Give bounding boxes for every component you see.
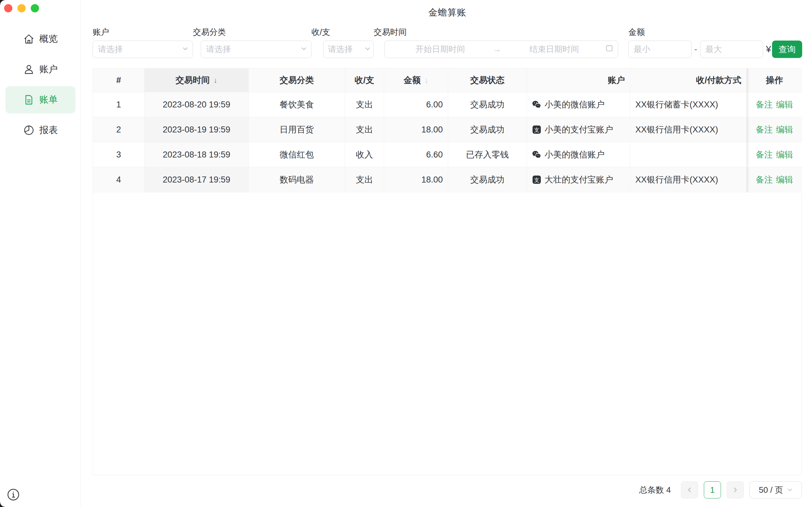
close-window-button[interactable] bbox=[4, 4, 12, 12]
account-name: 大壮的支付宝账户 bbox=[545, 174, 613, 185]
amount-filter-label: 金额 bbox=[628, 26, 771, 38]
note-link[interactable]: 备注 bbox=[756, 175, 773, 184]
account-name: 小美的微信账户 bbox=[545, 99, 605, 110]
column-header-amount-label: 金额 bbox=[404, 74, 421, 86]
edit-link[interactable]: 编辑 bbox=[776, 100, 793, 109]
window-controls bbox=[0, 0, 81, 12]
cell-flow: 支出 bbox=[345, 167, 384, 192]
wechat-icon bbox=[532, 100, 542, 109]
edit-link[interactable]: 编辑 bbox=[776, 125, 793, 134]
amount-separator: - bbox=[692, 44, 700, 54]
page-title: 金蟾算账 bbox=[93, 4, 802, 21]
cell-time: 2023-08-20 19:59 bbox=[145, 92, 249, 117]
sidebar-item-accounts[interactable]: 账户 bbox=[5, 56, 75, 83]
account-name: 小美的支付宝账户 bbox=[545, 124, 613, 135]
cell-index: 1 bbox=[93, 92, 145, 117]
cell-actions: 备注编辑 bbox=[747, 117, 802, 142]
amount-min-input[interactable]: 最小 bbox=[628, 41, 692, 58]
cell-category: 数码电器 bbox=[249, 167, 345, 192]
sidebar-item-bills[interactable]: 账单 bbox=[5, 86, 75, 113]
user-icon bbox=[23, 64, 35, 75]
cell-amount: 18.00 bbox=[384, 167, 448, 192]
column-header-time[interactable]: 交易时间 ↓ bbox=[145, 68, 249, 92]
calendar-icon bbox=[605, 44, 613, 55]
main-content: 金蟾算账 账户 请选择 交易分类 请选择 收/支 请选择 交易时间 bbox=[81, 0, 812, 507]
svg-text:支: 支 bbox=[534, 177, 540, 183]
minimize-window-button[interactable] bbox=[17, 4, 26, 12]
cell-amount: 6.00 bbox=[384, 92, 448, 117]
cell-category: 日用百货 bbox=[249, 117, 345, 142]
cell-status: 交易成功 bbox=[448, 167, 527, 192]
column-header-account: 账户 bbox=[527, 68, 630, 92]
sidebar-item-label: 概览 bbox=[39, 33, 58, 45]
chevron-down-icon bbox=[182, 44, 189, 54]
transactions-table: # 交易时间 ↓ 交易分类 收/支 金额 ↓ bbox=[93, 68, 802, 475]
page-size-select[interactable]: 50 / 页 bbox=[750, 481, 802, 498]
pagination: 总条数 4 1 50 / 页 bbox=[93, 481, 802, 499]
category-filter-label: 交易分类 bbox=[193, 26, 311, 38]
category-select-placeholder: 请选择 bbox=[206, 44, 231, 55]
chevron-down-icon bbox=[364, 44, 371, 54]
cell-time: 2023-08-19 19:59 bbox=[145, 117, 249, 142]
edit-link[interactable]: 编辑 bbox=[776, 150, 793, 159]
table-row[interactable]: 1 2023-08-20 19:59 餐饮美食 支出 6.00 交易成功 小美的… bbox=[93, 92, 802, 117]
cell-method: XX银行储蓄卡(XXXX) bbox=[630, 92, 747, 117]
next-page-button[interactable] bbox=[727, 481, 744, 498]
page-number-button[interactable]: 1 bbox=[704, 481, 721, 498]
cell-category: 餐饮美食 bbox=[249, 92, 345, 117]
info-button[interactable] bbox=[6, 487, 20, 502]
amount-max-input[interactable]: 最大 bbox=[700, 41, 763, 58]
date-range-input[interactable]: 开始日期时间 → 结束日期时间 bbox=[385, 41, 618, 58]
report-icon bbox=[23, 124, 35, 136]
range-arrow-icon: → bbox=[491, 44, 503, 54]
zoom-window-button[interactable] bbox=[31, 4, 39, 12]
category-select[interactable]: 请选择 bbox=[201, 41, 311, 58]
sidebar-item-label: 报表 bbox=[39, 124, 58, 136]
table-row[interactable]: 3 2023-08-18 19:59 微信红包 收入 6.60 已存入零钱 小美… bbox=[93, 142, 802, 167]
sidebar-item-overview[interactable]: 概览 bbox=[5, 25, 75, 53]
column-header-amount[interactable]: 金额 ↓ bbox=[384, 68, 448, 92]
flow-select-placeholder: 请选择 bbox=[328, 44, 353, 55]
chevron-down-icon bbox=[787, 485, 793, 495]
table-row[interactable]: 2 2023-08-19 19:59 日用百货 支出 18.00 交易成功 支 … bbox=[93, 117, 802, 142]
cell-account: 小美的微信账户 bbox=[527, 92, 630, 117]
cell-account: 支 小美的支付宝账户 bbox=[527, 117, 630, 142]
sort-descending-active-icon: ↓ bbox=[214, 76, 217, 84]
cell-amount: 18.00 bbox=[384, 117, 448, 142]
cell-index: 3 bbox=[93, 142, 145, 167]
cell-method: XX银行信用卡(XXXX) bbox=[630, 117, 747, 142]
cell-flow: 支出 bbox=[345, 117, 384, 142]
filter-category: 交易分类 请选择 bbox=[193, 26, 311, 58]
cell-amount: 6.60 bbox=[384, 142, 448, 167]
alipay-icon: 支 bbox=[532, 125, 542, 134]
note-link[interactable]: 备注 bbox=[756, 100, 773, 109]
amount-min-placeholder: 最小 bbox=[634, 44, 650, 55]
table-empty-area bbox=[93, 192, 802, 475]
edit-link[interactable]: 编辑 bbox=[776, 175, 793, 184]
sidebar-item-label: 账单 bbox=[39, 94, 58, 106]
flow-filter-label: 收/支 bbox=[311, 26, 374, 38]
cell-category: 微信红包 bbox=[249, 142, 345, 167]
cell-index: 4 bbox=[93, 167, 145, 192]
note-link[interactable]: 备注 bbox=[756, 125, 773, 134]
column-header-flow: 收/支 bbox=[345, 68, 384, 92]
sidebar-item-reports[interactable]: 报表 bbox=[5, 117, 75, 144]
column-header-method: 收/付款方式 bbox=[630, 68, 747, 92]
filter-bar: 账户 请选择 交易分类 请选择 收/支 请选择 交易时间 开始日期时间 bbox=[93, 26, 802, 58]
column-header-index: # bbox=[93, 68, 145, 92]
cell-flow: 支出 bbox=[345, 92, 384, 117]
account-select[interactable]: 请选择 bbox=[93, 41, 193, 58]
account-select-placeholder: 请选择 bbox=[98, 44, 123, 55]
cell-method: XX银行信用卡(XXXX) bbox=[630, 167, 747, 192]
search-button[interactable]: 查询 bbox=[772, 41, 802, 58]
info-icon bbox=[6, 487, 20, 502]
cell-flow: 收入 bbox=[345, 142, 384, 167]
account-name: 小美的微信账户 bbox=[545, 149, 605, 160]
cell-status: 交易成功 bbox=[448, 92, 527, 117]
flow-select[interactable]: 请选择 bbox=[323, 41, 374, 58]
filter-amount: 金额 最小 - 最大 ¥ bbox=[628, 26, 771, 58]
cell-status: 交易成功 bbox=[448, 117, 527, 142]
table-row[interactable]: 4 2023-08-17 19:59 数码电器 支出 18.00 交易成功 支 … bbox=[93, 167, 802, 192]
previous-page-button[interactable] bbox=[681, 481, 698, 498]
note-link[interactable]: 备注 bbox=[756, 150, 773, 159]
